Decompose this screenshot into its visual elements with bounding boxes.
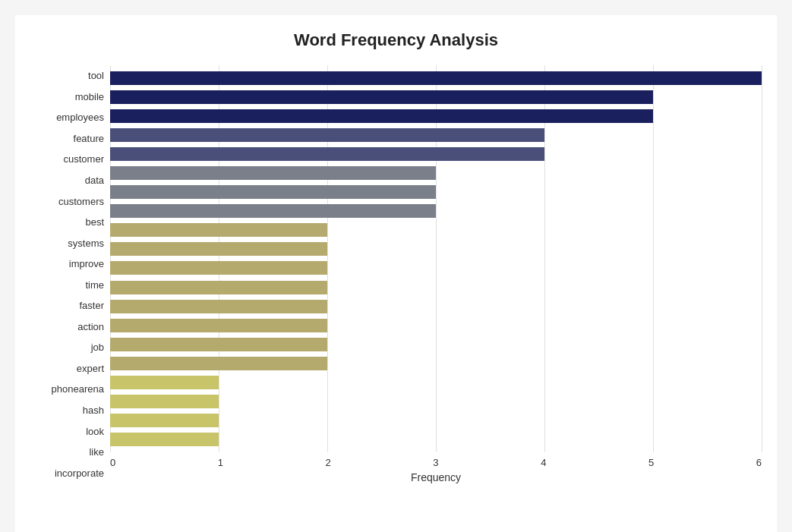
y-label: phonearena <box>52 384 104 394</box>
bar-row <box>110 431 762 448</box>
bar <box>110 147 544 161</box>
bar-row <box>110 336 762 353</box>
bar <box>110 223 327 237</box>
y-label: like <box>89 447 104 457</box>
y-label: customer <box>64 154 104 164</box>
x-tick-label: 0 <box>110 457 115 468</box>
x-axis-labels-wrapper: 0123456 Frequency <box>110 452 762 483</box>
x-tick-label: 5 <box>648 457 654 468</box>
bar <box>110 128 544 142</box>
y-label: tool <box>88 71 104 80</box>
x-tick-label: 6 <box>756 457 762 468</box>
chart-title: Word Frequency Analysis <box>30 30 762 50</box>
bar <box>110 433 219 446</box>
bar-row <box>110 222 762 238</box>
bar-row <box>110 184 762 200</box>
bar-row <box>110 89 762 105</box>
x-axis-title: Frequency <box>110 471 762 483</box>
y-label: mobile <box>75 92 104 102</box>
bar-row <box>110 355 762 372</box>
y-label: feature <box>74 134 104 143</box>
x-tick-label: 1 <box>218 457 223 468</box>
y-label: data <box>85 175 104 185</box>
bar <box>110 204 436 218</box>
chart-container: Word Frequency Analysis toolmobileemploy… <box>15 15 777 532</box>
y-label: systems <box>68 238 104 248</box>
y-label: look <box>86 427 104 436</box>
bar <box>110 338 327 351</box>
y-label: improve <box>69 259 104 269</box>
plot-area: 0123456 Frequency <box>110 65 762 483</box>
y-label: time <box>85 280 104 290</box>
bar-row <box>110 374 762 391</box>
y-label: action <box>77 322 104 332</box>
bar <box>110 395 219 408</box>
y-label: customers <box>58 197 104 206</box>
y-label: employees <box>56 112 104 122</box>
grid-line <box>762 65 762 452</box>
bar-row <box>110 146 762 162</box>
bar <box>110 376 219 389</box>
bar-row <box>110 127 762 143</box>
bar-row <box>110 412 762 429</box>
chart-area: toolmobileemployeesfeaturecustomerdatacu… <box>30 65 762 483</box>
x-tick-label: 3 <box>433 457 438 468</box>
bar-row <box>110 70 762 87</box>
y-label: faster <box>79 301 104 310</box>
y-label: incorporate <box>55 468 104 478</box>
y-labels: toolmobileemployeesfeaturecustomerdatacu… <box>30 65 110 483</box>
x-tick-label: 2 <box>326 457 331 468</box>
bar <box>110 261 327 275</box>
bar-row <box>110 203 762 219</box>
bar-row <box>110 298 762 315</box>
x-tick-label: 4 <box>541 457 546 468</box>
bar-row <box>110 393 762 410</box>
bar <box>110 357 327 370</box>
bar <box>110 414 219 427</box>
bar-row <box>110 260 762 276</box>
bar <box>110 185 436 199</box>
bar-row <box>110 108 762 124</box>
bar-row <box>110 165 762 181</box>
y-label: expert <box>77 364 104 373</box>
y-label: hash <box>83 405 104 415</box>
bar-row <box>110 279 762 296</box>
bar <box>110 319 327 332</box>
y-label: job <box>91 342 104 352</box>
bar <box>110 300 327 313</box>
bar-row <box>110 241 762 257</box>
bar <box>110 281 327 294</box>
bar <box>110 242 327 256</box>
y-label: best <box>85 217 104 227</box>
bar <box>110 109 653 123</box>
bar <box>110 90 653 104</box>
bar <box>110 71 762 85</box>
grid-and-bars <box>110 65 762 452</box>
bar <box>110 166 436 180</box>
bar-row <box>110 317 762 334</box>
